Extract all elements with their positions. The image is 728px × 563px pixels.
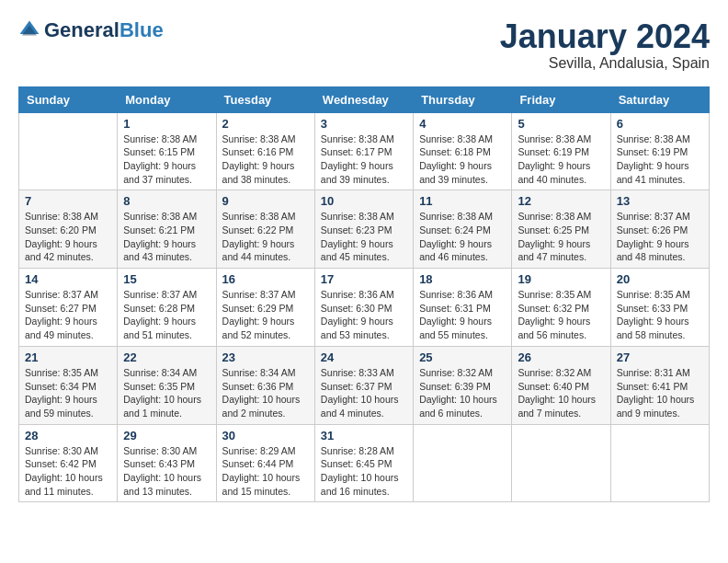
day-info: Sunrise: 8:29 AM Sunset: 6:44 PM Dayligh…	[222, 444, 309, 499]
day-number: 10	[321, 194, 407, 208]
cell-w2-d7: 13Sunrise: 8:37 AM Sunset: 6:26 PM Dayli…	[610, 190, 709, 269]
header-saturday: Saturday	[610, 86, 709, 112]
day-number: 30	[222, 429, 309, 442]
day-number: 3	[321, 117, 407, 131]
day-number: 20	[617, 272, 703, 286]
cell-w4-d1: 21Sunrise: 8:35 AM Sunset: 6:34 PM Dayli…	[19, 346, 118, 424]
logo-icon	[18, 19, 40, 41]
calendar-header: SundayMondayTuesdayWednesdayThursdayFrid…	[19, 86, 710, 112]
calendar-body: 1Sunrise: 8:38 AM Sunset: 6:15 PM Daylig…	[19, 112, 710, 502]
cell-w3-d7: 20Sunrise: 8:35 AM Sunset: 6:33 PM Dayli…	[610, 269, 709, 347]
page-header: GeneralBlue January 2024 Sevilla, Andalu…	[18, 18, 710, 72]
cell-w1-d2: 1Sunrise: 8:38 AM Sunset: 6:15 PM Daylig…	[118, 112, 216, 190]
week-row-2: 7Sunrise: 8:38 AM Sunset: 6:20 PM Daylig…	[19, 190, 710, 269]
week-row-5: 28Sunrise: 8:30 AM Sunset: 6:42 PM Dayli…	[19, 424, 710, 502]
cell-w5-d2: 29Sunrise: 8:30 AM Sunset: 6:43 PM Dayli…	[118, 424, 216, 502]
day-info: Sunrise: 8:38 AM Sunset: 6:23 PM Dayligh…	[321, 210, 407, 264]
day-number: 25	[419, 350, 506, 364]
day-number: 19	[518, 272, 604, 286]
cell-w4-d4: 24Sunrise: 8:33 AM Sunset: 6:37 PM Dayli…	[314, 346, 413, 424]
day-number: 14	[25, 272, 111, 286]
cell-w3-d3: 16Sunrise: 8:37 AM Sunset: 6:29 PM Dayli…	[216, 269, 314, 347]
header-friday: Friday	[512, 86, 610, 112]
day-info: Sunrise: 8:37 AM Sunset: 6:29 PM Dayligh…	[222, 288, 309, 342]
day-number: 17	[321, 272, 407, 286]
day-number: 29	[123, 429, 210, 442]
day-number: 18	[419, 272, 506, 286]
day-number: 15	[123, 272, 210, 286]
day-info: Sunrise: 8:33 AM Sunset: 6:37 PM Dayligh…	[321, 366, 407, 420]
cell-w3-d1: 14Sunrise: 8:37 AM Sunset: 6:27 PM Dayli…	[19, 269, 118, 347]
header-tuesday: Tuesday	[216, 86, 314, 112]
day-info: Sunrise: 8:38 AM Sunset: 6:18 PM Dayligh…	[419, 132, 506, 187]
day-info: Sunrise: 8:38 AM Sunset: 6:22 PM Dayligh…	[222, 210, 309, 264]
day-number: 28	[25, 429, 111, 442]
day-number: 27	[617, 350, 703, 364]
day-info: Sunrise: 8:32 AM Sunset: 6:40 PM Dayligh…	[518, 366, 604, 420]
cell-w3-d6: 19Sunrise: 8:35 AM Sunset: 6:32 PM Dayli…	[512, 269, 610, 347]
day-number: 2	[222, 117, 309, 131]
month-title: January 2024	[500, 18, 710, 55]
logo: GeneralBlue	[18, 18, 164, 42]
day-number: 16	[222, 272, 309, 286]
cell-w2-d5: 11Sunrise: 8:38 AM Sunset: 6:24 PM Dayli…	[414, 190, 512, 269]
day-number: 13	[617, 194, 703, 208]
day-number: 7	[25, 194, 111, 208]
day-info: Sunrise: 8:30 AM Sunset: 6:42 PM Dayligh…	[25, 444, 111, 499]
day-info: Sunrise: 8:38 AM Sunset: 6:20 PM Dayligh…	[25, 210, 111, 264]
day-info: Sunrise: 8:37 AM Sunset: 6:28 PM Dayligh…	[123, 288, 210, 342]
day-info: Sunrise: 8:38 AM Sunset: 6:25 PM Dayligh…	[518, 210, 604, 264]
cell-w5-d5	[414, 424, 512, 502]
cell-w3-d5: 18Sunrise: 8:36 AM Sunset: 6:31 PM Dayli…	[414, 269, 512, 347]
day-info: Sunrise: 8:38 AM Sunset: 6:19 PM Dayligh…	[518, 132, 604, 187]
day-number: 31	[321, 429, 407, 442]
day-info: Sunrise: 8:35 AM Sunset: 6:34 PM Dayligh…	[25, 366, 111, 420]
cell-w2-d2: 8Sunrise: 8:38 AM Sunset: 6:21 PM Daylig…	[118, 190, 216, 269]
cell-w5-d6	[512, 424, 610, 502]
day-info: Sunrise: 8:34 AM Sunset: 6:35 PM Dayligh…	[123, 366, 210, 420]
day-info: Sunrise: 8:34 AM Sunset: 6:36 PM Dayligh…	[222, 366, 309, 420]
week-row-4: 21Sunrise: 8:35 AM Sunset: 6:34 PM Dayli…	[19, 346, 710, 424]
cell-w1-d6: 5Sunrise: 8:38 AM Sunset: 6:19 PM Daylig…	[512, 112, 610, 190]
header-monday: Monday	[118, 86, 216, 112]
location: Sevilla, Andalusia, Spain	[500, 55, 710, 72]
cell-w1-d1	[19, 112, 118, 190]
week-row-1: 1Sunrise: 8:38 AM Sunset: 6:15 PM Daylig…	[19, 112, 710, 190]
day-info: Sunrise: 8:28 AM Sunset: 6:45 PM Dayligh…	[321, 444, 407, 499]
day-info: Sunrise: 8:32 AM Sunset: 6:39 PM Dayligh…	[419, 366, 506, 420]
cell-w3-d2: 15Sunrise: 8:37 AM Sunset: 6:28 PM Dayli…	[118, 269, 216, 347]
day-number: 6	[617, 117, 703, 131]
day-info: Sunrise: 8:38 AM Sunset: 6:16 PM Dayligh…	[222, 132, 309, 187]
header-sunday: Sunday	[19, 86, 118, 112]
day-info: Sunrise: 8:38 AM Sunset: 6:21 PM Dayligh…	[123, 210, 210, 264]
day-number: 12	[518, 194, 604, 208]
header-row: SundayMondayTuesdayWednesdayThursdayFrid…	[19, 86, 710, 112]
day-number: 1	[123, 117, 210, 131]
day-number: 5	[518, 117, 604, 131]
cell-w5-d3: 30Sunrise: 8:29 AM Sunset: 6:44 PM Dayli…	[216, 424, 314, 502]
day-number: 4	[419, 117, 506, 131]
cell-w4-d3: 23Sunrise: 8:34 AM Sunset: 6:36 PM Dayli…	[216, 346, 314, 424]
header-thursday: Thursday	[414, 86, 512, 112]
day-info: Sunrise: 8:35 AM Sunset: 6:33 PM Dayligh…	[617, 288, 703, 342]
day-info: Sunrise: 8:36 AM Sunset: 6:30 PM Dayligh…	[321, 288, 407, 342]
header-wednesday: Wednesday	[314, 86, 413, 112]
day-number: 21	[25, 350, 111, 364]
cell-w5-d4: 31Sunrise: 8:28 AM Sunset: 6:45 PM Dayli…	[314, 424, 413, 502]
cell-w3-d4: 17Sunrise: 8:36 AM Sunset: 6:30 PM Dayli…	[314, 269, 413, 347]
day-number: 11	[419, 194, 506, 208]
week-row-3: 14Sunrise: 8:37 AM Sunset: 6:27 PM Dayli…	[19, 269, 710, 347]
cell-w1-d4: 3Sunrise: 8:38 AM Sunset: 6:17 PM Daylig…	[314, 112, 413, 190]
day-info: Sunrise: 8:37 AM Sunset: 6:26 PM Dayligh…	[617, 210, 703, 264]
cell-w4-d6: 26Sunrise: 8:32 AM Sunset: 6:40 PM Dayli…	[512, 346, 610, 424]
cell-w2-d4: 10Sunrise: 8:38 AM Sunset: 6:23 PM Dayli…	[314, 190, 413, 269]
day-info: Sunrise: 8:30 AM Sunset: 6:43 PM Dayligh…	[123, 444, 210, 499]
day-info: Sunrise: 8:38 AM Sunset: 6:15 PM Dayligh…	[123, 132, 210, 187]
cell-w5-d1: 28Sunrise: 8:30 AM Sunset: 6:42 PM Dayli…	[19, 424, 118, 502]
day-info: Sunrise: 8:38 AM Sunset: 6:19 PM Dayligh…	[617, 132, 703, 187]
day-number: 22	[123, 350, 210, 364]
day-info: Sunrise: 8:31 AM Sunset: 6:41 PM Dayligh…	[617, 366, 703, 420]
day-number: 8	[123, 194, 210, 208]
day-info: Sunrise: 8:37 AM Sunset: 6:27 PM Dayligh…	[25, 288, 111, 342]
cell-w2-d3: 9Sunrise: 8:38 AM Sunset: 6:22 PM Daylig…	[216, 190, 314, 269]
